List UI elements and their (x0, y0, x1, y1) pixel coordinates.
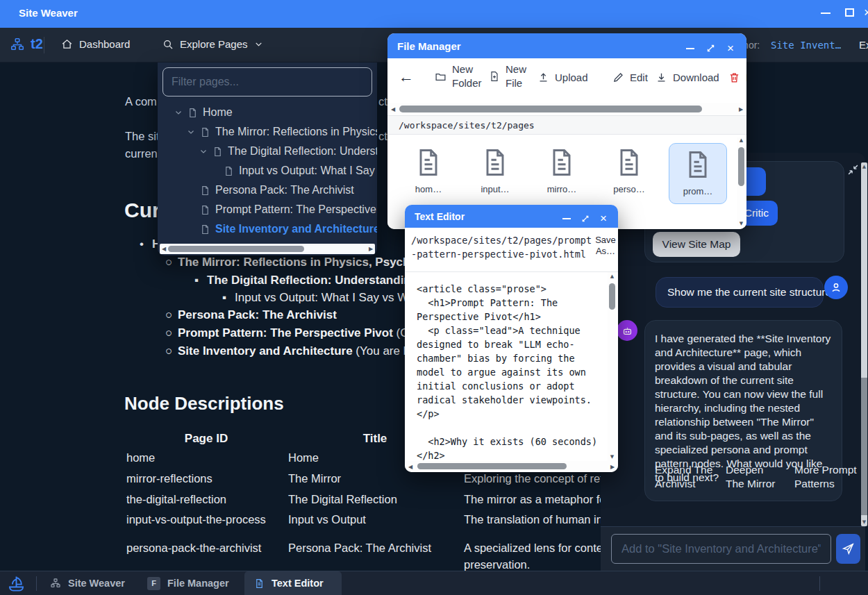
scroll-left-arrow-icon[interactable]: ◀ (160, 246, 168, 252)
open-file-path: /workspace/sites/t2/pages/prompt-pattern… (411, 233, 593, 261)
taskbar-item-file-manager[interactable]: F File Manager (147, 571, 229, 595)
upload-button[interactable]: Upload (537, 72, 588, 83)
document-icon (683, 149, 713, 180)
file-item[interactable]: hom… (399, 147, 458, 194)
chevron-down-icon[interactable] (199, 147, 208, 156)
maximize-icon[interactable] (706, 44, 715, 53)
maximize-button[interactable] (845, 8, 854, 17)
nav-dashboard[interactable]: Dashboard (61, 38, 130, 50)
scroll-left-arrow-icon[interactable]: ◀ (406, 464, 415, 470)
document-icon (200, 205, 210, 215)
taskbar-item-site-weaver[interactable]: Site Weaver (50, 571, 125, 595)
close-button[interactable]: × (727, 42, 734, 54)
file-grid-vertical-scrollbar[interactable]: ▲ ▼ (737, 137, 746, 226)
editor-horizontal-scrollbar[interactable]: ◀ ▶ (405, 461, 618, 472)
home-icon (61, 38, 73, 50)
tree-item-prompt-pattern[interactable]: Prompt Pattern: The Perspective Pivot (158, 200, 377, 219)
save-as-button[interactable]: Save As… (594, 235, 617, 257)
tree-item-input-vs-output[interactable]: Input vs Output: What I Say vs W (158, 161, 377, 181)
chevron-down-icon[interactable] (174, 108, 183, 117)
tree-item-home[interactable]: Home (158, 103, 377, 122)
download-button[interactable]: Download (656, 72, 719, 83)
scrollbar-thumb[interactable] (417, 463, 567, 469)
toolbar-horizontal-scrollbar[interactable]: ◀ ▶ (387, 103, 746, 115)
bullet-circle: ○ (165, 344, 178, 358)
table-cell-page-id: home (126, 451, 155, 464)
minimize-button[interactable] (562, 218, 571, 219)
maximize-icon[interactable] (581, 215, 590, 223)
logo-text: t2 (31, 36, 43, 52)
divider (819, 576, 820, 591)
scroll-up-arrow-icon[interactable]: ▲ (608, 274, 617, 279)
table-cell-description: The mirror as a metaphor fo (464, 493, 606, 506)
tree-item-site-inventory[interactable]: Site Inventory and Architecture (158, 219, 377, 239)
pencil-icon (612, 72, 624, 83)
view-site-map-button[interactable]: View Site Map (653, 232, 740, 257)
new-folder-button[interactable]: New Folder (435, 62, 485, 91)
anchor-page-link[interactable]: Site Invent… (771, 40, 841, 51)
export-button[interactable]: Ex (859, 39, 868, 51)
editor-vertical-scrollbar[interactable]: ▲ ▼ (608, 272, 617, 461)
scroll-up-arrow-icon[interactable]: ▲ (861, 164, 867, 169)
file-item-selected[interactable]: prom… (669, 143, 727, 204)
filter-pages-input[interactable] (162, 67, 372, 97)
text-editor-titlebar[interactable]: Text Editor × (405, 205, 618, 228)
explore-pages-dropdown: Home The Mirror: Reflections in Physics,… (158, 62, 377, 255)
scroll-right-arrow-icon[interactable]: ▶ (367, 246, 375, 252)
file-item[interactable]: perso… (600, 147, 658, 194)
minimize-button[interactable] (821, 12, 831, 14)
bullet-square: ▪ (194, 274, 207, 287)
file-item[interactable]: input… (466, 147, 524, 194)
chat-input[interactable] (611, 534, 831, 564)
new-file-button[interactable]: New File (489, 62, 531, 91)
scrollbar-thumb[interactable] (399, 106, 702, 112)
sitemap-icon (10, 37, 25, 52)
chat-scrollbar-thumb[interactable] (861, 378, 867, 515)
tree-item-the-mirror[interactable]: The Mirror: Reflections in Physics, Psy (158, 122, 377, 142)
code-editor-area[interactable]: <article class="prose"> <h1>Prompt Patte… (405, 272, 606, 461)
table-cell-description: preservation. (464, 558, 530, 571)
minimize-button[interactable] (686, 48, 694, 49)
back-button[interactable]: ← (399, 68, 414, 86)
tree-item-digital-reflection[interactable]: The Digital Reflection: Understandi (158, 142, 377, 161)
document-icon (614, 147, 644, 178)
app-logo[interactable]: t2 (10, 36, 43, 52)
scroll-down-arrow-icon[interactable]: ▼ (861, 519, 867, 525)
taskbar-item-text-editor[interactable]: Text Editor (244, 571, 342, 595)
document-icon (224, 166, 234, 176)
file-manager-titlebar[interactable]: File Manager × (387, 33, 746, 58)
taskbar: Site Weaver F File Manager Text Editor 9… (0, 571, 868, 595)
scroll-down-arrow-icon[interactable]: ▼ (737, 221, 746, 226)
suggestion-more-prompt-patterns[interactable]: More Prompt Patterns (794, 463, 860, 491)
scrollbar-thumb[interactable] (168, 246, 304, 252)
scrollbar-thumb[interactable] (609, 283, 615, 310)
dropdown-horizontal-scrollbar[interactable]: ◀ ▶ (160, 244, 375, 254)
scroll-down-arrow-icon[interactable]: ▼ (608, 454, 617, 460)
scroll-up-arrow-icon[interactable]: ▲ (737, 137, 746, 143)
table-cell-title: The Mirror (288, 472, 341, 485)
chevron-down-icon (254, 40, 263, 49)
assistant-avatar-robot-icon (617, 320, 637, 341)
bullet-circle: ○ (165, 326, 178, 340)
delete-button[interactable]: Delete (728, 72, 746, 83)
close-button[interactable]: × (864, 6, 868, 20)
file-item[interactable]: mirro… (533, 147, 591, 194)
suggestion-deepen-mirror[interactable]: Deepen The Mirror (726, 463, 783, 491)
tree-item-persona-pack[interactable]: Persona Pack: The Archivist (158, 181, 377, 200)
edit-button[interactable]: Edit (612, 72, 648, 83)
table-cell-page-id: mirror-reflections (126, 472, 212, 485)
scroll-left-arrow-icon[interactable]: ◀ (389, 106, 397, 112)
close-button[interactable]: × (600, 212, 607, 224)
list-item: ▪Input vs Output: What I Say vs Wha (222, 291, 422, 305)
scroll-right-arrow-icon[interactable]: ▶ (608, 464, 617, 470)
scrollbar-thumb[interactable] (738, 147, 744, 186)
scroll-right-arrow-icon[interactable]: ▶ (737, 106, 745, 112)
suggestion-expand-archivist[interactable]: Expand The Archivist (655, 463, 715, 491)
chevron-down-icon[interactable] (187, 128, 195, 136)
send-button[interactable] (836, 534, 860, 564)
chat-scrollbar[interactable]: ▲ ▼ (861, 162, 867, 526)
launcher-boat-icon[interactable] (7, 574, 26, 593)
app-title: Site Weaver (19, 7, 78, 19)
collapse-chat-icon[interactable] (847, 164, 859, 176)
nav-explore-pages[interactable]: Explore Pages (162, 38, 263, 50)
